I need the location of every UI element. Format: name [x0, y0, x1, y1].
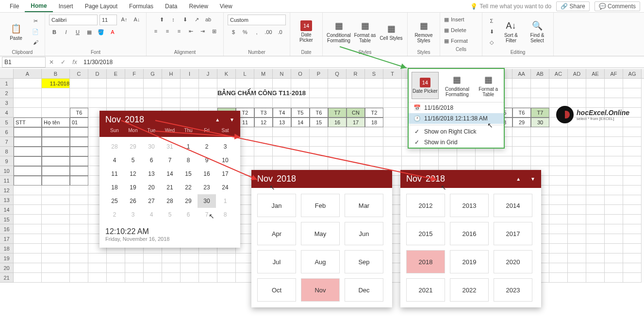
- cell[interactable]: [254, 147, 273, 156]
- cell[interactable]: 17: [347, 118, 365, 127]
- month-cell[interactable]: Sep: [345, 250, 383, 273]
- cell[interactable]: [125, 263, 144, 273]
- cell[interactable]: [568, 186, 586, 195]
- cell[interactable]: [199, 79, 217, 88]
- cell[interactable]: [531, 127, 549, 137]
- calendar-day[interactable]: 22: [179, 181, 198, 194]
- column-header[interactable]: AC: [549, 69, 568, 78]
- column-header[interactable]: K: [217, 69, 236, 78]
- cell[interactable]: [402, 156, 420, 166]
- cell[interactable]: [383, 156, 402, 166]
- cell[interactable]: [14, 166, 42, 176]
- cell[interactable]: [107, 79, 125, 88]
- cell[interactable]: [162, 253, 181, 263]
- sort-filter-button[interactable]: A↓Sort & Filter: [499, 17, 523, 46]
- row-header[interactable]: 17: [0, 234, 14, 244]
- cell[interactable]: [605, 215, 623, 224]
- column-header[interactable]: C: [70, 69, 88, 78]
- cell[interactable]: [181, 273, 199, 283]
- cell[interactable]: [568, 137, 586, 147]
- cell[interactable]: [70, 176, 88, 186]
- cell[interactable]: [236, 88, 254, 98]
- cell[interactable]: [383, 147, 402, 156]
- cell[interactable]: CN: [347, 108, 365, 118]
- cell[interactable]: [605, 195, 623, 205]
- cell[interactable]: [273, 156, 291, 166]
- tab-file[interactable]: File: [4, 1, 25, 12]
- cell[interactable]: 11-2018: [42, 79, 70, 88]
- cell[interactable]: [605, 156, 623, 166]
- cell[interactable]: [623, 244, 642, 253]
- cell[interactable]: [365, 147, 383, 156]
- cell[interactable]: [439, 156, 457, 166]
- cell[interactable]: [273, 88, 291, 98]
- calendar-day[interactable]: 31: [161, 140, 179, 153]
- row-header[interactable]: 21: [0, 273, 14, 283]
- cell[interactable]: [605, 147, 623, 156]
- month-cell[interactable]: Nov: [301, 278, 340, 302]
- year-cell[interactable]: 2016: [450, 222, 489, 245]
- cell[interactable]: [42, 137, 70, 147]
- row-header[interactable]: 13: [0, 195, 14, 205]
- cell[interactable]: [586, 176, 605, 186]
- cell[interactable]: [347, 147, 365, 156]
- cell[interactable]: [623, 127, 642, 137]
- row-header[interactable]: 7: [0, 137, 14, 147]
- cell[interactable]: [605, 234, 623, 244]
- cell[interactable]: [310, 147, 328, 156]
- cell[interactable]: [254, 156, 273, 166]
- cell[interactable]: 14: [291, 118, 310, 127]
- row-header[interactable]: 19: [0, 253, 14, 263]
- calendar-day[interactable]: 19: [124, 181, 142, 194]
- row-header[interactable]: 3: [0, 98, 14, 108]
- cell[interactable]: [310, 156, 328, 166]
- cell[interactable]: [383, 118, 402, 127]
- cell[interactable]: [549, 195, 568, 205]
- orientation-button[interactable]: ↗: [191, 15, 202, 24]
- year-cell[interactable]: 2021: [406, 278, 445, 302]
- date-picker-button[interactable]: 14Date Picker: [294, 17, 318, 46]
- italic-button[interactable]: I: [61, 27, 71, 37]
- cell[interactable]: [14, 147, 42, 156]
- cell[interactable]: [88, 273, 107, 283]
- row-header[interactable]: 18: [0, 244, 14, 253]
- calendar-day[interactable]: 6: [142, 153, 161, 167]
- cell[interactable]: [531, 147, 549, 156]
- next-month-button[interactable]: ▼: [230, 117, 234, 122]
- cell[interactable]: [42, 166, 70, 176]
- font-color-button[interactable]: A: [107, 27, 118, 37]
- cell[interactable]: [14, 234, 42, 244]
- cell[interactable]: [42, 88, 70, 98]
- cell[interactable]: [70, 263, 88, 273]
- column-header[interactable]: R: [347, 69, 365, 78]
- cell[interactable]: [88, 79, 107, 88]
- cell[interactable]: [586, 205, 605, 215]
- cell[interactable]: [623, 137, 642, 147]
- year-cell[interactable]: 2014: [494, 194, 532, 217]
- format-cells-button[interactable]: ▦ Format: [444, 36, 478, 46]
- align-bottom-button[interactable]: ⬇: [180, 15, 190, 24]
- calendar-day[interactable]: 7: [161, 153, 179, 167]
- cell[interactable]: [181, 263, 199, 273]
- cell[interactable]: [310, 127, 328, 137]
- cell[interactable]: [217, 79, 236, 88]
- calendar-day[interactable]: 10: [216, 153, 234, 167]
- indent-dec-button[interactable]: ⇤: [185, 26, 196, 36]
- cell[interactable]: [328, 79, 347, 88]
- cell[interactable]: [457, 156, 476, 166]
- cell[interactable]: [181, 79, 199, 88]
- month-cell[interactable]: Jan: [257, 194, 296, 217]
- cell[interactable]: [531, 79, 549, 88]
- cell[interactable]: [42, 263, 70, 273]
- cell[interactable]: [494, 156, 512, 166]
- row-header[interactable]: 15: [0, 215, 14, 224]
- cell[interactable]: [125, 88, 144, 98]
- cell[interactable]: [88, 253, 107, 263]
- cell[interactable]: [549, 263, 568, 273]
- cell[interactable]: [605, 186, 623, 195]
- cell[interactable]: [162, 98, 181, 108]
- calendar-day[interactable]: 20: [142, 181, 161, 194]
- calendar-day[interactable]: 23: [198, 181, 216, 194]
- cell[interactable]: [568, 234, 586, 244]
- percent-button[interactable]: %: [240, 27, 250, 37]
